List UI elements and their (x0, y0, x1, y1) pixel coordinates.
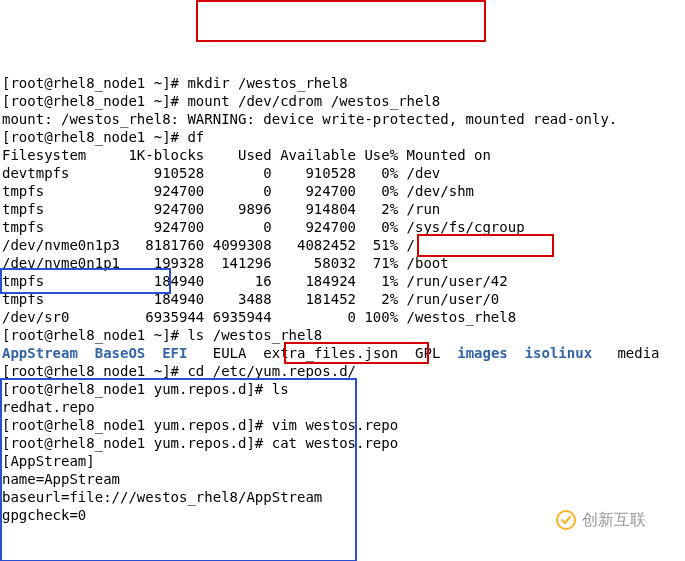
repo-line: baseurl=file:///westos_rhel8/AppStream (2, 489, 322, 505)
file-entry: media (617, 345, 659, 361)
prompt: [root@rhel8_node1 yum.repos.d]# (2, 417, 272, 433)
ls-output: redhat.repo (2, 399, 95, 415)
df-header: Filesystem 1K-blocks Used Available Use%… (2, 147, 491, 163)
df-row: devtmpfs 910528 0 910528 0% /dev (2, 165, 440, 181)
watermark-text: 创新互联 (582, 511, 646, 529)
cmd-cd: cd /etc/yum.repos.d/ (187, 363, 356, 379)
cmd-ls-westos: ls /westos_rhel8 (187, 327, 322, 343)
prompt: [root@rhel8_node1 yum.repos.d]# (2, 435, 272, 451)
file-entry: EULA (213, 345, 247, 361)
cmd-df: df (187, 129, 204, 145)
mount-warning: mount: /westos_rhel8: WARNING: device wr… (2, 111, 617, 127)
watermark-icon (556, 510, 576, 530)
file-entry: GPL (415, 345, 440, 361)
repo-line: name=AppStream (2, 471, 120, 487)
prompt: [root@rhel8_node1 ~]# (2, 327, 187, 343)
df-row: /dev/nvme0n1p1 199328 141296 58032 71% /… (2, 255, 449, 271)
df-row: /dev/sr0 6935944 6935944 0 100% /westos_… (2, 309, 516, 325)
df-row: tmpfs 184940 16 184924 1% /run/user/42 (2, 273, 508, 289)
cmd-cat: cat westos.repo (272, 435, 398, 451)
annotation-box (196, 0, 486, 42)
dir-entry: isolinux (525, 345, 592, 361)
dir-entry: BaseOS (95, 345, 146, 361)
dir-entry: AppStream (2, 345, 78, 361)
prompt: [root@rhel8_node1 ~]# (2, 75, 187, 91)
repo-line: [AppStream] (2, 453, 95, 469)
df-row: /dev/nvme0n1p3 8181760 4099308 4082452 5… (2, 237, 415, 253)
svg-point-0 (557, 511, 575, 529)
repo-line: gpgcheck=0 (2, 507, 86, 523)
df-row: tmpfs 924700 9896 914804 2% /run (2, 201, 440, 217)
file-entry: extra_files.json (263, 345, 398, 361)
df-row: tmpfs 924700 0 924700 0% /sys/fs/cgroup (2, 219, 525, 235)
cmd-ls: ls (272, 381, 289, 397)
dir-entry: images (457, 345, 508, 361)
dir-entry: EFI (162, 345, 187, 361)
df-row: tmpfs 184940 3488 181452 2% /run/user/0 (2, 291, 499, 307)
cmd-vim: vim westos.repo (272, 417, 398, 433)
cmd-mount: mount /dev/cdrom /westos_rhel8 (187, 93, 440, 109)
prompt: [root@rhel8_node1 yum.repos.d]# (2, 381, 272, 397)
prompt: [root@rhel8_node1 ~]# (2, 93, 187, 109)
annotation-box (417, 234, 554, 257)
prompt: [root@rhel8_node1 ~]# (2, 129, 187, 145)
df-row: tmpfs 924700 0 924700 0% /dev/shm (2, 183, 474, 199)
prompt: [root@rhel8_node1 ~]# (2, 363, 187, 379)
watermark: 创新互联 (556, 510, 646, 530)
cmd-mkdir: mkdir /westos_rhel8 (187, 75, 347, 91)
